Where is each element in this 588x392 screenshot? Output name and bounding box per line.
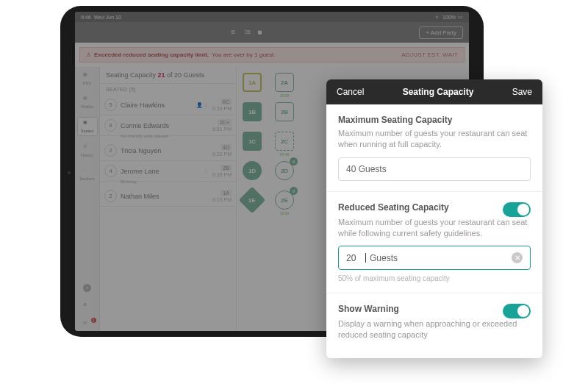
side-nav: ▦RSV ▤Waitlist ▣Seated ↺History ⸬Section… bbox=[75, 67, 100, 331]
max-capacity-field[interactable]: 40 Guests bbox=[338, 157, 531, 181]
table-2B[interactable]: 2B bbox=[275, 102, 294, 121]
show-warning-desc: Display a warning when approaching or ex… bbox=[338, 318, 531, 341]
capacity-header: Seating Capacity 21 of 20 Guests bbox=[100, 67, 236, 84]
table-1C[interactable]: 1C bbox=[243, 132, 262, 151]
reduced-capacity-heading: Reduced Seating Capacity bbox=[338, 202, 495, 213]
reduced-capacity-field[interactable]: Guests ✕ bbox=[338, 246, 531, 270]
show-warning-toggle[interactable] bbox=[503, 304, 531, 318]
reduced-capacity-toggle[interactable] bbox=[503, 202, 531, 217]
reduced-capacity-suffix: Guests bbox=[370, 253, 398, 263]
reduced-capacity-desc: Maximum number of guests your restaurant… bbox=[338, 217, 531, 239]
table-2C[interactable]: 2C bbox=[275, 132, 294, 151]
status-time: 9:46 bbox=[81, 15, 91, 20]
table-1D[interactable]: 1D bbox=[243, 161, 262, 180]
guest-row[interactable]: 8Connie Edwards2C+6:31 PM bbox=[100, 115, 236, 136]
battery-label: 100% bbox=[442, 15, 456, 20]
table-1B[interactable]: 1B bbox=[243, 102, 262, 121]
reduced-capacity-helper: 50% of maximum seating capacity bbox=[338, 274, 531, 282]
table-2D[interactable]: 2D bbox=[275, 161, 294, 180]
cancel-button[interactable]: Cancel bbox=[337, 87, 364, 97]
tablet-camera bbox=[68, 171, 71, 174]
wifi-icon: ᯤ bbox=[435, 15, 440, 20]
modal-title: Seating Capacity bbox=[403, 87, 474, 97]
help-icon: ? bbox=[83, 284, 91, 292]
battery-icon: ▭ bbox=[458, 14, 463, 20]
reduced-capacity-input[interactable] bbox=[346, 253, 362, 263]
table-2A[interactable]: 2A bbox=[275, 73, 294, 92]
nav-rsv[interactable]: ▦RSV bbox=[77, 70, 98, 88]
reduced-capacity-section: Reduced Seating Capacity Maximum number … bbox=[326, 192, 542, 294]
list-view-icon[interactable]: ≡ bbox=[231, 29, 238, 36]
guest-row[interactable]: 5Claire Hawkins👤 ⌂6C6:34 PM bbox=[100, 95, 236, 115]
mail-icon: ✉ bbox=[83, 321, 91, 329]
max-capacity-heading: Maximum Seating Capacity bbox=[338, 115, 531, 125]
warning-icon: ⚠ bbox=[86, 51, 91, 58]
max-capacity-desc: Maximum number of guests your restaurant… bbox=[338, 128, 531, 150]
guest-row[interactable]: 4Jerome Lane⌂2B6:20 PM bbox=[100, 161, 236, 182]
seated-section-label: SEATED (5) bbox=[100, 84, 236, 95]
adjust-wait-link[interactable]: ADJUST EST. WAIT bbox=[401, 51, 458, 58]
detail-view-icon[interactable]: ⁝≡ bbox=[244, 29, 251, 36]
nav-seated[interactable]: ▣Seated bbox=[77, 117, 98, 136]
history-icon: ↺ bbox=[83, 144, 91, 152]
table-1E[interactable]: 1E bbox=[239, 187, 266, 214]
top-toolbar: ≡ ⁝≡ ■ + Add Party bbox=[75, 22, 469, 43]
capacity-warning-banner: ⚠ Exceeded reduced seating capacity limi… bbox=[79, 47, 465, 63]
table-badge: 9 bbox=[290, 187, 298, 195]
nav-history[interactable]: ↺History bbox=[77, 142, 98, 160]
calendar-icon: ▦ bbox=[83, 72, 91, 80]
grid-icon: ⸬ bbox=[83, 168, 91, 176]
save-button[interactable]: Save bbox=[512, 87, 532, 97]
nav-sections[interactable]: ⸬Sections bbox=[77, 165, 98, 183]
guest-row[interactable]: 2Tricia Nguyen4D6:22 PM bbox=[100, 140, 236, 161]
warning-text-rest: You are over by 1 guest. bbox=[212, 51, 275, 58]
guest-row[interactable]: 2Nathan Miles1A6:15 PM bbox=[100, 186, 236, 207]
table-1A[interactable]: 1A bbox=[243, 73, 262, 92]
gear-icon: ⚙ bbox=[83, 302, 91, 310]
view-mode-switch[interactable]: ≡ ⁝≡ ■ bbox=[231, 29, 265, 36]
nav-settings[interactable]: ⚙ bbox=[77, 300, 98, 313]
status-date: Wed Jun 10 bbox=[94, 15, 121, 20]
table-2E[interactable]: 2E bbox=[275, 190, 294, 210]
text-caret bbox=[365, 253, 366, 263]
seat-icon: ▣ bbox=[83, 120, 91, 128]
nav-help[interactable]: ? bbox=[77, 282, 98, 294]
clear-input-icon[interactable]: ✕ bbox=[512, 252, 523, 263]
warning-text-bold: Exceeded reduced seating capacity limit. bbox=[94, 51, 209, 58]
max-capacity-section: Maximum Seating Capacity Maximum number … bbox=[326, 104, 542, 192]
status-bar: 9:46 Wed Jun 10 ᯤ 100% ▭ bbox=[75, 12, 469, 22]
add-party-button[interactable]: + Add Party bbox=[419, 26, 463, 39]
guest-note: Birthday bbox=[100, 179, 236, 186]
seating-capacity-modal: Cancel Seating Capacity Save Maximum Sea… bbox=[326, 79, 542, 358]
guest-note: Kid-friendly table please! bbox=[100, 134, 236, 140]
clipboard-icon: ▤ bbox=[83, 96, 91, 104]
inbox-badge: 1 bbox=[91, 318, 96, 323]
show-warning-heading: Show Warning bbox=[338, 304, 495, 314]
guest-list-column: Seating Capacity 21 of 20 Guests SEATED … bbox=[100, 67, 237, 331]
floor-view-icon[interactable]: ■ bbox=[257, 29, 265, 36]
nav-waitlist[interactable]: ▤Waitlist bbox=[77, 93, 98, 111]
show-warning-section: Show Warning Display a warning when appr… bbox=[326, 293, 542, 358]
nav-inbox[interactable]: ✉1 bbox=[77, 318, 98, 331]
table-badge: 9 bbox=[290, 157, 298, 165]
